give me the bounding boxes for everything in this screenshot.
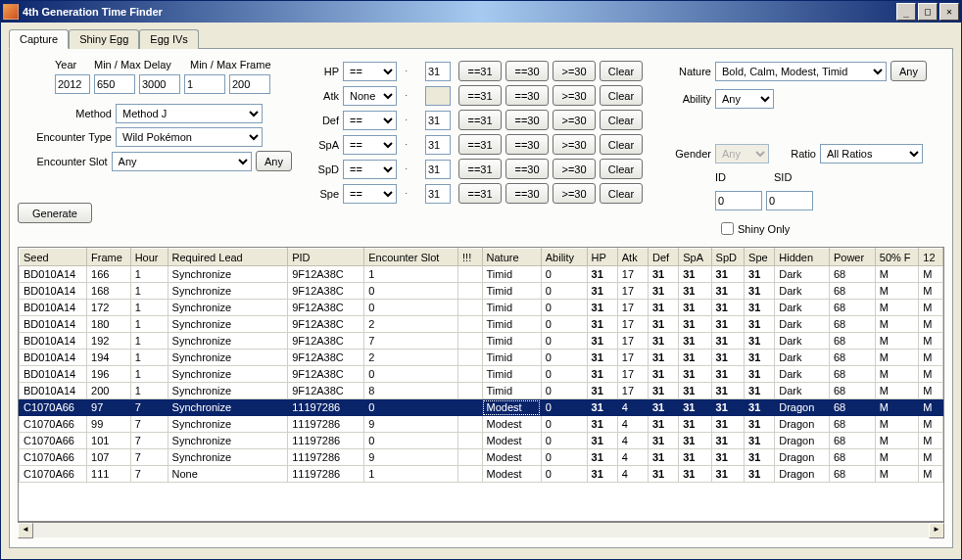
col-header[interactable]: Seed xyxy=(20,249,87,266)
spd-e31-button[interactable]: ==31 xyxy=(458,159,502,179)
maximize-button[interactable]: □ xyxy=(918,3,938,21)
col-header[interactable]: HP xyxy=(587,249,617,266)
col-header[interactable]: 50% F xyxy=(875,249,919,266)
table-row[interactable]: C1070A66997Synchronize111972869Modest031… xyxy=(20,416,943,433)
method-select[interactable]: Method J xyxy=(116,104,263,123)
table-row[interactable]: BD010A141961Synchronize9F12A38C0Timid031… xyxy=(20,366,943,383)
atk-e30-button[interactable]: ==30 xyxy=(505,85,549,106)
spd-op-select[interactable]: == xyxy=(343,160,397,179)
spe-value-input[interactable] xyxy=(425,184,451,204)
atk-op-select[interactable]: None xyxy=(343,86,397,106)
tab-shiny-egg[interactable]: Shiny Egg xyxy=(69,29,139,49)
col-header[interactable]: Encounter Slot xyxy=(364,249,458,266)
atk-e31-button[interactable]: ==31 xyxy=(458,85,502,106)
table-row[interactable]: BD010A141721Synchronize9F12A38C0Timid031… xyxy=(20,300,943,316)
def-clear-button[interactable]: Clear xyxy=(600,110,643,130)
table-row[interactable]: BD010A141801Synchronize9F12A38C2Timid031… xyxy=(20,316,943,333)
col-header[interactable]: !!! xyxy=(458,249,483,266)
spa-op-select[interactable]: == xyxy=(343,135,397,155)
col-header[interactable]: Def xyxy=(648,249,678,266)
results-table[interactable]: SeedFrameHourRequired LeadPIDEncounter S… xyxy=(19,248,943,483)
col-header[interactable]: PID xyxy=(288,249,364,266)
spd-e30-button[interactable]: ==30 xyxy=(505,159,549,179)
table-row[interactable]: BD010A142001Synchronize9F12A38C8Timid031… xyxy=(20,383,943,399)
spa-e30-button[interactable]: ==30 xyxy=(505,134,549,155)
atk-value-input[interactable] xyxy=(425,86,451,106)
col-header[interactable]: SpD xyxy=(711,249,744,266)
generate-button[interactable]: Generate xyxy=(18,203,92,223)
col-header[interactable]: Ability xyxy=(541,249,587,266)
min-delay-input[interactable] xyxy=(94,74,135,94)
shiny-only-checkbox[interactable] xyxy=(721,222,734,235)
col-header[interactable]: Power xyxy=(829,249,875,266)
min-frame-input[interactable] xyxy=(184,74,225,94)
gender-select[interactable]: Any xyxy=(715,144,769,163)
scroll-left-arrow[interactable]: ◄ xyxy=(18,523,33,538)
col-header[interactable]: Nature xyxy=(482,249,541,266)
ratio-select[interactable]: All Ratios xyxy=(820,144,923,163)
sid-input[interactable] xyxy=(766,191,813,210)
spe-clear-button[interactable]: Clear xyxy=(600,183,643,204)
spe-e30-button[interactable]: ==30 xyxy=(505,183,549,204)
encounter-slot-label: Encounter Slot xyxy=(18,156,108,167)
hp-e30-button[interactable]: ==30 xyxy=(505,61,549,81)
close-button[interactable]: ✕ xyxy=(939,3,959,21)
table-row[interactable]: C1070A661077Synchronize111972869Modest03… xyxy=(20,449,943,466)
max-frame-input[interactable] xyxy=(229,74,270,94)
col-header[interactable]: Atk xyxy=(617,249,648,266)
hp-ge30-button[interactable]: >=30 xyxy=(553,61,596,81)
col-header[interactable]: Spe xyxy=(745,249,775,266)
cell: 9F12A38C xyxy=(288,266,364,283)
hp-clear-button[interactable]: Clear xyxy=(600,61,643,81)
spd-value-input[interactable] xyxy=(425,160,451,179)
ability-select[interactable]: Any xyxy=(715,89,774,109)
table-row[interactable]: C1070A661117None111972861Modest031431313… xyxy=(20,466,943,483)
def-op-select[interactable]: == xyxy=(343,111,397,130)
spa-ge30-button[interactable]: >=30 xyxy=(553,134,596,155)
tab-egg-ivs[interactable]: Egg IVs xyxy=(139,29,199,49)
spe-e31-button[interactable]: ==31 xyxy=(458,183,502,204)
minimize-button[interactable]: _ xyxy=(896,3,916,21)
horizontal-scrollbar[interactable]: ◄ ► xyxy=(18,522,944,537)
table-row[interactable]: C1070A661017Synchronize111972860Modest03… xyxy=(20,433,943,449)
col-header[interactable]: Hour xyxy=(130,249,168,266)
table-row[interactable]: C1070A66977Synchronize111972860Modest031… xyxy=(20,399,943,416)
hp-e31-button[interactable]: ==31 xyxy=(458,61,502,81)
nature-select[interactable]: Bold, Calm, Modest, Timid xyxy=(715,62,887,81)
tab-capture[interactable]: Capture xyxy=(9,29,69,49)
col-header[interactable]: Required Lead xyxy=(168,249,288,266)
encounter-type-select[interactable]: Wild Pokémon xyxy=(116,127,263,147)
def-ge30-button[interactable]: >=30 xyxy=(553,110,596,130)
col-header[interactable]: 12 xyxy=(919,249,943,266)
spe-op-select[interactable]: == xyxy=(343,184,397,204)
encounter-slot-select[interactable]: Any xyxy=(112,152,252,171)
col-header[interactable]: Hidden xyxy=(775,249,830,266)
spa-clear-button[interactable]: Clear xyxy=(600,134,643,155)
def-e30-button[interactable]: ==30 xyxy=(505,110,549,130)
spd-clear-button[interactable]: Clear xyxy=(600,159,643,179)
scroll-right-arrow[interactable]: ► xyxy=(929,523,944,538)
hp-value-input[interactable] xyxy=(425,62,451,81)
nature-any-button[interactable]: Any xyxy=(890,61,927,81)
spa-value-input[interactable] xyxy=(425,135,451,155)
id-input[interactable] xyxy=(715,191,762,210)
spa-e31-button[interactable]: ==31 xyxy=(458,134,502,155)
table-row[interactable]: BD010A141661Synchronize9F12A38C1Timid031… xyxy=(20,266,943,283)
atk-ge30-button[interactable]: >=30 xyxy=(553,85,596,106)
table-row[interactable]: BD010A141681Synchronize9F12A38C0Timid031… xyxy=(20,283,943,300)
atk-clear-button[interactable]: Clear xyxy=(600,85,643,106)
year-input[interactable] xyxy=(55,74,90,94)
col-header[interactable]: SpA xyxy=(679,249,711,266)
hp-op-select[interactable]: == xyxy=(343,62,397,81)
encounter-slot-any-button[interactable]: Any xyxy=(256,151,292,171)
table-row[interactable]: BD010A141921Synchronize9F12A38C7Timid031… xyxy=(20,333,943,350)
def-e31-button[interactable]: ==31 xyxy=(458,110,502,130)
table-row[interactable]: BD010A141941Synchronize9F12A38C2Timid031… xyxy=(20,350,943,366)
cell: 0 xyxy=(364,300,458,316)
def-value-input[interactable] xyxy=(425,111,451,130)
spe-ge30-button[interactable]: >=30 xyxy=(553,183,596,204)
scroll-track[interactable] xyxy=(33,523,929,537)
max-delay-input[interactable] xyxy=(139,74,180,94)
col-header[interactable]: Frame xyxy=(87,249,131,266)
spd-ge30-button[interactable]: >=30 xyxy=(553,159,596,179)
